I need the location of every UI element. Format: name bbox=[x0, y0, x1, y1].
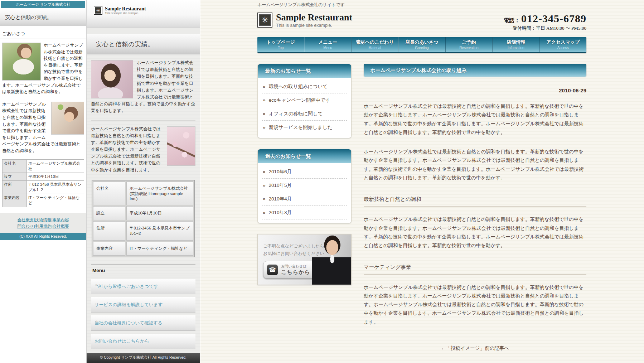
latest-news-title: 最新のお知らせ一覧 bbox=[258, 64, 351, 78]
phone-number: 012-345-6789 bbox=[521, 13, 586, 25]
logo-text: Sample Restaurant This is sample site ex… bbox=[105, 6, 146, 15]
nav-label-jp: ご予約 bbox=[446, 39, 492, 45]
company-name: ホームページサンプル株式会社 bbox=[130, 186, 190, 191]
nav-label-jp: 店長のあいさつ bbox=[398, 39, 445, 45]
table-label: 会社名 bbox=[3, 159, 27, 173]
nav-label-en: Menu bbox=[304, 46, 351, 50]
nav-label-jp: トップページ bbox=[257, 39, 304, 45]
article-title-bar: ホームページサンプル株式会社の取り組み bbox=[364, 64, 586, 77]
table-row: 住所 〒012-3456 見本県見本市サンプル1−2 bbox=[3, 180, 84, 194]
woman-park-photo bbox=[2, 43, 41, 81]
nav-menu[interactable]: メニュー Menu bbox=[304, 37, 351, 52]
news-item-label: 新規サービスを開始しました bbox=[269, 124, 333, 131]
archive-item[interactable]: »2010年5月 bbox=[262, 179, 347, 192]
table-label: 会社名 bbox=[93, 182, 125, 205]
archive-box: 過去のお知らせ一覧 »2010年6月 »2010年5月 »2010年4月 »20… bbox=[257, 149, 352, 223]
news-item[interactable]: »オフィスの移転に関して bbox=[262, 107, 347, 121]
previous-article-link[interactable]: ←「投稿イメージ」前の記事へ bbox=[364, 345, 586, 352]
article-paragraph: ホームページサンプル株式会社では最新技術と自然との調和を目指します。革新的な技術… bbox=[364, 215, 586, 250]
tablet-company-table: 会社名 ホームページサンプル株式会社 (英語表記 Homepage sample… bbox=[92, 180, 195, 257]
article-subheading: 最新技術と自然との調和 bbox=[364, 196, 586, 207]
nav-shop-info[interactable]: 店舗情報 Infomation bbox=[493, 37, 539, 52]
link-business[interactable]: 事業内容 bbox=[53, 218, 69, 222]
latest-news-list: »環境への取り組みについて »ecoキャンペーン開催中です »オフィスの移転に関… bbox=[258, 78, 351, 138]
contact-banner-button[interactable]: ☎ お問い合わせは こちらから bbox=[263, 261, 318, 279]
footer-links-row: 会社概要|技術情報|事業内容 bbox=[1, 217, 85, 223]
article-paragraph: ホームページサンプル株式会社では最新技術と自然との調和を目指します。革新的な技術… bbox=[364, 102, 586, 137]
mobile-company-table: 会社名 ホームページサンプル株式会社 設立 平成10年1月10日 住所 〒012… bbox=[2, 159, 84, 207]
phone-icon: ☎ bbox=[267, 265, 278, 275]
logo-ornament-icon: ✳ bbox=[257, 13, 272, 28]
contact-banner[interactable]: ご不明な点などございましたら お気軽にお問い合わせください ☎ お問い合わせは … bbox=[257, 234, 352, 285]
news-item[interactable]: »新規サービスを開始しました bbox=[262, 121, 347, 134]
table-value: 〒012-3456 見本県見本市サンプル1−2 bbox=[126, 221, 193, 241]
footer-links-row: 問合わせ|利用規約|会社概要 bbox=[1, 223, 85, 230]
mobile-footer-links: 会社概要|技術情報|事業内容 問合わせ|利用規約|会社概要 bbox=[0, 213, 86, 233]
mobile-header-bar: ホームページ サンプル株式会社 bbox=[1, 1, 85, 8]
site-description: ホームページサンプル株式会社のサイトです bbox=[257, 0, 586, 8]
phone-row: 電話： 012-345-6789 bbox=[504, 13, 586, 25]
chevron-icon: » bbox=[263, 84, 266, 89]
nav-label-jp: 店舗情報 bbox=[493, 39, 539, 45]
menu-item-contact[interactable]: お問い合わせはこちらから bbox=[91, 334, 195, 349]
site-logo[interactable]: ✳ Sample Restaurant This is sample site … bbox=[94, 6, 200, 15]
table-value: ホームページサンプル株式会社 bbox=[27, 159, 84, 173]
contact-button-text: お問い合わせは こちらから bbox=[281, 264, 310, 276]
desktop-view-panel: ホームページサンプル株式会社のサイトです ✳ Sample Restaurant… bbox=[200, 0, 644, 363]
article-paragraph: ホームページサンプル株式会社では最新技術と自然との調和を目指します。革新的な技術… bbox=[364, 147, 586, 182]
link-terms[interactable]: 利用規約 bbox=[35, 224, 52, 228]
archive-item-label: 2010年6月 bbox=[269, 169, 292, 175]
table-label: 設立 bbox=[93, 206, 125, 220]
menu-item-service[interactable]: サービスの詳細を解説しています bbox=[91, 297, 195, 313]
nav-access[interactable]: アクセスマップ Access bbox=[540, 37, 586, 52]
tablet-greeting-block-2: ホームページサンプル株式会社では最新技術と自然との調和を目指します。革新的な技術… bbox=[91, 120, 195, 174]
news-item-label: 環境への取り組みについて bbox=[269, 83, 328, 90]
receptionist-photo bbox=[312, 234, 351, 285]
archive-item-label: 2010年5月 bbox=[269, 182, 292, 189]
news-item[interactable]: »環境への取り組みについて bbox=[262, 80, 347, 93]
nav-label-jp: アクセスマップ bbox=[540, 39, 586, 45]
nav-top[interactable]: トップページ Top bbox=[257, 37, 304, 52]
link-tech-info[interactable]: 技術情報 bbox=[35, 218, 52, 222]
mobile-section-title: ごあいさつ bbox=[0, 30, 86, 39]
article-paragraph: ホームページサンプル株式会社では最新技術と自然との調和を目指します。革新的な技術… bbox=[364, 283, 586, 326]
logo-subtitle: This is sample site example. bbox=[105, 11, 146, 15]
link-company-overview[interactable]: 会社概要 bbox=[18, 218, 34, 222]
news-item-label: ecoキャンペーン開催中です bbox=[269, 97, 330, 103]
link-contact[interactable]: 問合わせ bbox=[17, 224, 34, 228]
nav-reservation[interactable]: ご予約 Reservation bbox=[446, 37, 493, 52]
archive-item-label: 2010年4月 bbox=[269, 196, 292, 202]
news-item[interactable]: »ecoキャンペーン開催中です bbox=[262, 93, 347, 107]
nav-material[interactable]: 素材へのこだわり Material bbox=[352, 37, 398, 52]
table-label: 住所 bbox=[3, 180, 27, 194]
archive-list: »2010年6月 »2010年5月 »2010年4月 »2010年3月 bbox=[258, 163, 351, 223]
table-row: 設立 平成10年1月10日 bbox=[93, 206, 193, 220]
table-label: 住所 bbox=[93, 221, 125, 241]
logo-subtitle: This is sample site example. bbox=[276, 23, 352, 28]
menu-item-company[interactable]: 当社の会社概要について確認する bbox=[91, 315, 195, 331]
archive-item[interactable]: »2010年3月 bbox=[262, 206, 347, 219]
archive-item[interactable]: »2010年4月 bbox=[262, 192, 347, 206]
menu-item-greeting[interactable]: 当社から皆様へごあいさつです bbox=[91, 279, 195, 294]
nav-label-en: Access bbox=[540, 46, 586, 50]
table-label: 事業内容 bbox=[93, 242, 125, 256]
logo-ornament-icon: ✳ bbox=[94, 6, 102, 15]
news-item-label: オフィスの移転に関して bbox=[269, 111, 323, 117]
nav-greeting[interactable]: 店長のあいさつ Greeting bbox=[398, 37, 445, 52]
chevron-icon: » bbox=[263, 97, 266, 103]
menu-heading: Menu bbox=[91, 264, 195, 276]
desktop-columns: 最新のお知らせ一覧 »環境への取り組みについて »ecoキャンペーン開催中です … bbox=[257, 64, 586, 352]
company-name-en: (英語表記 Homepage sample Inc.) bbox=[130, 191, 190, 201]
tablet-greeting-block: ホームページサンプル株式会社では最新技術と自然との調和を目指します。革新的な技術… bbox=[91, 59, 195, 115]
tablet-copyright: © Copyright サンプル株式会社 All Rights Reserved… bbox=[87, 353, 200, 363]
archive-item[interactable]: »2010年6月 bbox=[262, 165, 347, 179]
phone-label: 電話： bbox=[504, 17, 520, 24]
archive-title: 過去のお知らせ一覧 bbox=[258, 149, 351, 163]
site-logo[interactable]: ✳ Sample Restaurant This is sample site … bbox=[257, 13, 352, 28]
link-company-overview[interactable]: 会社概要 bbox=[53, 224, 69, 228]
nav-label-jp: 素材へのこだわり bbox=[352, 39, 398, 45]
chevron-icon: » bbox=[263, 183, 266, 188]
nav-label-en: Infomation bbox=[493, 46, 539, 50]
chevron-icon: » bbox=[263, 210, 266, 215]
table-value: IT・マーケティング・福祉など bbox=[27, 194, 84, 207]
